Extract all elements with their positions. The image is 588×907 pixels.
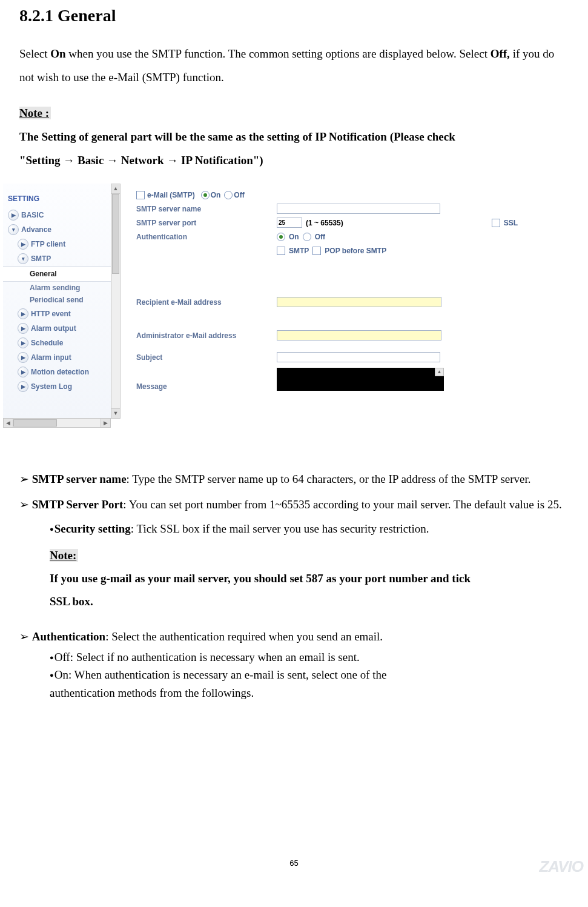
sidebar-heading: SETTING [3, 192, 111, 208]
chevron-right-icon: ▶ [18, 337, 28, 348]
message-textarea[interactable]: ▲ [277, 368, 444, 391]
sidebar-http[interactable]: ▶HTTP event [3, 307, 111, 321]
sidebar-alarm-output[interactable]: ▶Alarm output [3, 321, 111, 336]
note2-label: Note: [50, 549, 78, 562]
scroll-right-icon[interactable]: ▶ [101, 419, 110, 427]
sidebar-basic[interactable]: ▶BASIC [3, 208, 111, 222]
off-label: Off [234, 191, 244, 199]
bullet-auth-on-cont: authentication methods from the followin… [19, 684, 569, 702]
bullet-security: Security setting: Tick SSL box if the ma… [19, 517, 569, 540]
scroll-up-icon[interactable]: ▲ [435, 368, 444, 376]
sidebar-general[interactable]: General [3, 266, 111, 282]
sidebar-scrollbar-vertical[interactable]: ▲ ▼ [111, 184, 121, 419]
note-label: Note : [19, 107, 51, 119]
sidebar-schedule[interactable]: ▶Schedule [3, 336, 111, 350]
auth-pop-label: POP before SMTP [325, 247, 386, 255]
chevron-down-icon: ▾ [8, 224, 19, 235]
sidebar-scrollbar-horizontal[interactable]: ◀ ▶ [3, 418, 111, 428]
scroll-up-icon[interactable]: ▲ [111, 184, 120, 194]
chevron-right-icon: ▶ [8, 210, 19, 221]
auth-on-radio[interactable] [277, 233, 285, 241]
sidebar-periodical[interactable]: Periodical send [3, 294, 111, 306]
chevron-down-icon: ▾ [18, 253, 28, 264]
bullet-smtp-port: SMTP Server Port: You can set port numbe… [19, 493, 569, 516]
ui-screenshot: SETTING ▶BASIC ▾Advance ▶FTP client ▾SMT… [3, 184, 523, 428]
scroll-left-icon[interactable]: ◀ [4, 419, 13, 427]
recipient-input[interactable] [277, 297, 441, 307]
sidebar-motion[interactable]: ▶Motion detection [3, 365, 111, 379]
auth-pop-checkbox[interactable] [312, 247, 321, 255]
sidebar-alarm-sending[interactable]: Alarm sending [3, 282, 111, 294]
sidebar-syslog[interactable]: ▶System Log [3, 379, 111, 394]
note-gmail: Note: If you use g-mail as your mail ser… [19, 544, 569, 613]
document-page: 8.2.1 General Select On when you use the… [0, 0, 588, 879]
sidebar-container: SETTING ▶BASIC ▾Advance ▶FTP client ▾SMT… [3, 184, 121, 428]
sidebar-advance[interactable]: ▾Advance [3, 222, 111, 237]
chevron-right-icon: ▶ [18, 308, 28, 319]
email-label: e-Mail (SMTP) [147, 191, 195, 199]
ssl-label: SSL [504, 219, 518, 227]
bullet-auth-off: Off: Select if no authentication is nece… [19, 648, 569, 666]
ssl-checkbox[interactable] [492, 219, 500, 227]
server-port-label: SMTP server port [136, 219, 277, 227]
email-on-radio[interactable] [201, 191, 210, 199]
sidebar-smtp[interactable]: ▾SMTP [3, 251, 111, 266]
section-heading: 8.2.1 General [19, 6, 569, 25]
recipient-label: Recipient e-Mail address [136, 298, 277, 307]
settings-sidebar: SETTING ▶BASIC ▾Advance ▶FTP client ▾SMT… [3, 184, 111, 419]
auth-off-radio[interactable] [303, 233, 311, 241]
server-name-label: SMTP server name [136, 205, 277, 213]
chevron-right-icon: ▶ [18, 367, 28, 377]
bullet-smtp-name: SMTP server name: Type the SMTP server n… [19, 468, 569, 491]
auth-smtp-label: SMTP [289, 247, 309, 255]
page-number: 65 [0, 859, 588, 868]
auth-smtp-checkbox[interactable] [277, 247, 285, 255]
chevron-right-icon: ▶ [18, 352, 28, 363]
admin-label: Administrator e-Mail address [136, 331, 277, 340]
on-label: On [211, 191, 221, 199]
chevron-right-icon: ▶ [18, 323, 28, 334]
watermark-logo: ZAVIO [539, 857, 583, 876]
message-label: Message [136, 382, 277, 391]
bullet-auth-on: On: When authentication is necessary an … [19, 666, 569, 683]
description-bullets: SMTP server name: Type the SMTP server n… [19, 468, 569, 702]
admin-input[interactable] [277, 330, 441, 341]
chevron-right-icon: ▶ [18, 239, 28, 250]
server-name-input[interactable] [277, 204, 440, 214]
chevron-right-icon: ▶ [18, 381, 28, 392]
email-enable-checkbox[interactable] [136, 191, 145, 199]
smtp-form: e-Mail (SMTP) On Off SMTP server name SM… [121, 184, 523, 428]
scroll-down-icon[interactable]: ▼ [111, 408, 120, 418]
note-paragraph: Note : The Setting of general part will … [19, 102, 569, 173]
subject-input[interactable] [277, 352, 440, 362]
scroll-thumb[interactable] [112, 194, 119, 274]
sidebar-alarm-input[interactable]: ▶Alarm input [3, 350, 111, 365]
port-range-label: (1 ~ 65535) [306, 219, 343, 227]
scroll-thumb-h[interactable] [13, 419, 57, 427]
email-off-radio[interactable] [224, 191, 233, 199]
auth-label: Authentication [136, 233, 277, 241]
subject-label: Subject [136, 353, 277, 362]
auth-on-label: On [289, 233, 299, 241]
bullet-auth: Authentication: Select the authenticatio… [19, 625, 569, 648]
intro-paragraph: Select On when you use the SMTP function… [19, 42, 569, 90]
auth-off-label: Off [315, 233, 325, 241]
sidebar-ftp[interactable]: ▶FTP client [3, 237, 111, 251]
server-port-input[interactable]: 25 [277, 218, 302, 228]
